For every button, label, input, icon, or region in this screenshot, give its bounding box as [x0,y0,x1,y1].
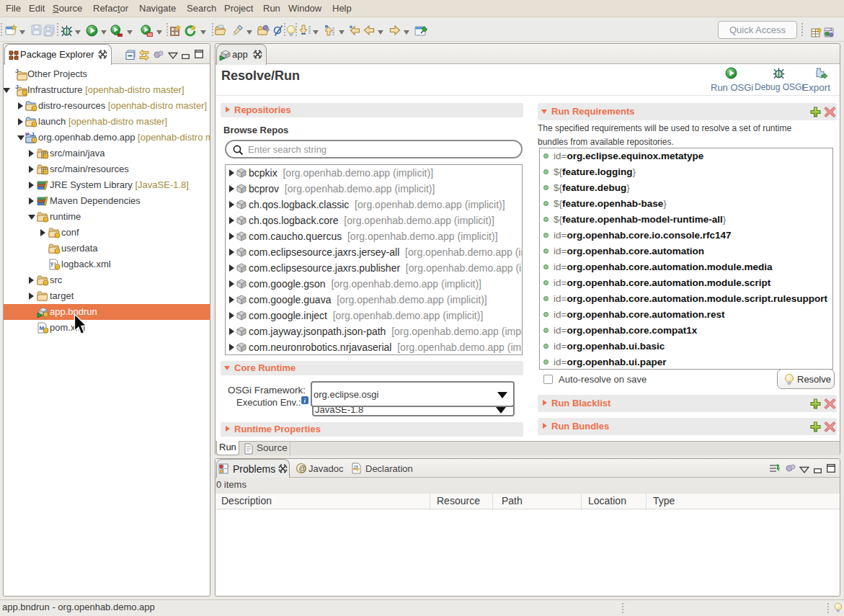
svg-text:@: @ [299,465,306,473]
svg-text:J: J [15,84,18,90]
svg-text:y: y [50,261,53,267]
svg-text:J: J [830,27,832,32]
svg-text:J: J [15,68,18,74]
svg-text:M: M [25,132,29,136]
svg-text:J: J [31,132,34,138]
